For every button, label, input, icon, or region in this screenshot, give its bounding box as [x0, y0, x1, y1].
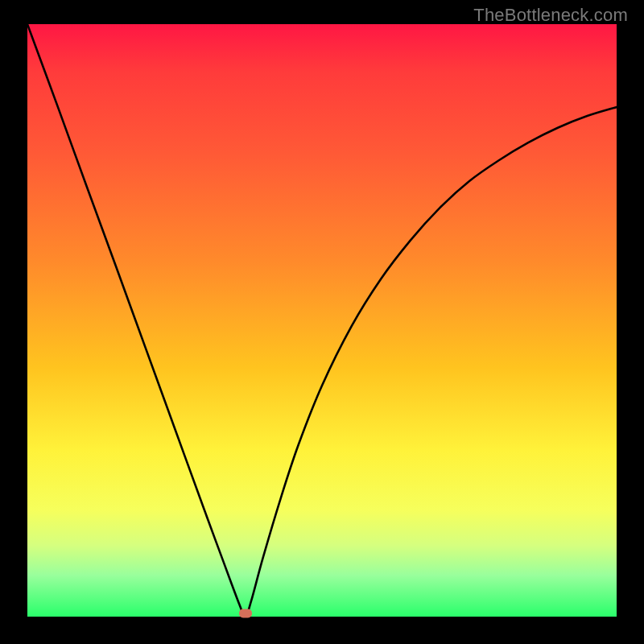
bottleneck-curve	[27, 24, 617, 617]
watermark-text: TheBottleneck.com	[473, 5, 628, 26]
curve-svg	[27, 24, 617, 617]
chart-frame: TheBottleneck.com	[0, 0, 644, 644]
plot-area	[27, 24, 617, 617]
optimal-point-marker	[239, 609, 252, 618]
